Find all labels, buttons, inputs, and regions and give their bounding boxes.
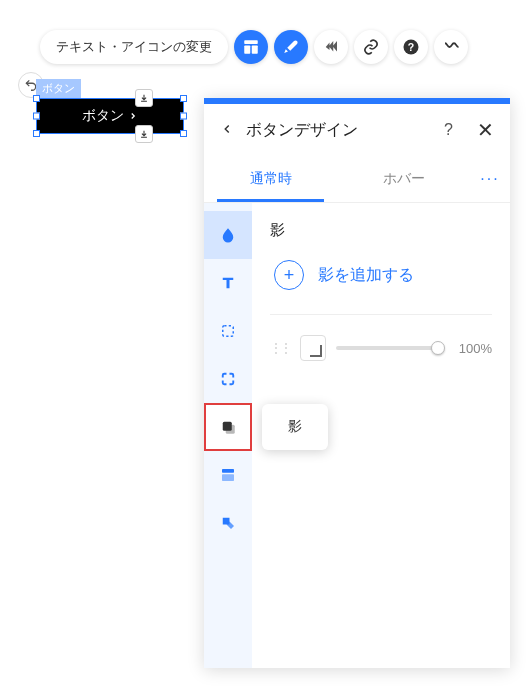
tab-normal[interactable]: 通常時 [204, 156, 337, 202]
opacity-value: 100% [448, 341, 492, 356]
panel-help-button[interactable]: ? [444, 121, 453, 139]
panel-header: ボタンデザイン ? ✕ [204, 104, 510, 156]
category-rail: 影 [204, 203, 252, 668]
svg-rect-2 [252, 46, 258, 54]
color-swatch[interactable] [300, 335, 326, 361]
rail-tooltip: 影 [262, 404, 328, 450]
svg-rect-9 [222, 474, 234, 481]
design-panel: ボタンデザイン ? ✕ 通常時 ホバー ··· 影 [204, 98, 510, 668]
animation-button[interactable] [314, 30, 348, 64]
panel-title: ボタンデザイン [246, 120, 432, 141]
back-button[interactable] [220, 120, 234, 141]
opacity-row: ⋮⋮ 100% [270, 327, 492, 361]
panel-body: 影 影 + 影を追加する ⋮⋮ 100% [204, 203, 510, 668]
selected-button-element[interactable]: ボタン [36, 98, 184, 134]
add-shadow-button[interactable]: + 影を追加する [270, 260, 492, 290]
divider [270, 314, 492, 315]
rail-shadow[interactable]: 影 [204, 403, 252, 451]
button-text: ボタン [82, 107, 124, 125]
resize-handle[interactable] [180, 113, 187, 120]
help-button[interactable]: ? [394, 30, 428, 64]
resize-handle[interactable] [180, 95, 187, 102]
resize-handle[interactable] [180, 130, 187, 137]
design-button[interactable] [234, 30, 268, 64]
anchor-icon[interactable] [135, 125, 153, 143]
svg-rect-0 [244, 40, 258, 44]
rail-misc[interactable] [204, 499, 252, 547]
tab-hover[interactable]: ホバー [337, 156, 470, 202]
opacity-slider[interactable] [336, 346, 438, 350]
brush-button[interactable] [274, 30, 308, 64]
rail-text[interactable] [204, 259, 252, 307]
svg-rect-5 [223, 326, 234, 337]
close-button[interactable]: ✕ [477, 118, 494, 142]
link-button[interactable] [354, 30, 388, 64]
more-button[interactable] [434, 30, 468, 64]
toolbar-label[interactable]: テキスト・アイコンの変更 [40, 30, 228, 64]
plus-icon: + [274, 260, 304, 290]
svg-rect-8 [222, 469, 234, 473]
add-shadow-label: 影を追加する [318, 265, 414, 286]
resize-handle[interactable] [33, 95, 40, 102]
canvas-selection: ボタン ボタン [36, 78, 184, 134]
floating-toolbar: テキスト・アイコンの変更 ? [40, 30, 468, 64]
resize-handle[interactable] [33, 130, 40, 137]
drag-grip-icon[interactable]: ⋮⋮ [270, 341, 290, 355]
state-tabs: 通常時 ホバー ··· [204, 156, 510, 203]
rail-corners[interactable] [204, 355, 252, 403]
svg-text:?: ? [408, 41, 414, 53]
svg-rect-7 [226, 425, 235, 434]
rail-border[interactable] [204, 307, 252, 355]
anchor-icon[interactable] [135, 89, 153, 107]
slider-thumb[interactable] [431, 341, 445, 355]
tab-more[interactable]: ··· [470, 170, 510, 188]
selection-label: ボタン [36, 79, 81, 98]
rail-layout[interactable] [204, 451, 252, 499]
resize-handle[interactable] [33, 113, 40, 120]
rail-fill[interactable] [204, 211, 252, 259]
svg-rect-1 [244, 46, 250, 54]
section-title: 影 [270, 221, 492, 240]
